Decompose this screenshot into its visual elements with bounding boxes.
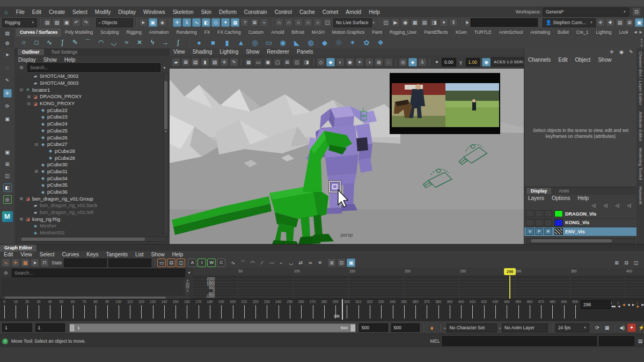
poly-soccer-icon[interactable]: ☉	[332, 38, 345, 48]
viewport-menu-view[interactable]: View	[170, 49, 189, 55]
hypershade-icon[interactable]: ◨	[430, 18, 438, 27]
extend-curve-icon[interactable]: →	[159, 38, 171, 48]
region-select-icon[interactable]: ⊓	[40, 258, 49, 267]
shelf-tab-animschool[interactable]: AnimSchool	[495, 28, 526, 36]
single-pane-layout-icon[interactable]: ▣	[3, 148, 12, 157]
gamma-icon[interactable]: γ	[457, 58, 465, 67]
shelf-scroll-right-icon[interactable]: ▶	[638, 30, 644, 34]
outliner-menu-display[interactable]: Display	[14, 57, 40, 63]
viewport-canvas[interactable]: persp	[170, 69, 524, 244]
step-back-frame-button[interactable]: |◀	[617, 300, 621, 309]
zoom-layout-icon[interactable]: ◎	[3, 195, 12, 204]
layer-color-swatch[interactable]	[554, 219, 563, 226]
layer-toggle[interactable]	[535, 219, 543, 226]
graph-menu-curves[interactable]: Curves	[58, 252, 83, 257]
curve-filter-icon[interactable]: C	[217, 258, 225, 267]
plateau-tangent-icon[interactable]: ◡	[287, 258, 295, 267]
shelf-tab-rendering[interactable]: Rendering	[172, 28, 200, 36]
scale-tool-icon[interactable]: ▣	[3, 115, 12, 123]
shelf-tab-custom[interactable]: Custom	[245, 28, 268, 36]
arc-3pt-icon[interactable]: ◠	[95, 38, 107, 48]
outliner-item-pcube27[interactable]: ⊟◈pCube27	[16, 141, 164, 148]
menu-file[interactable]: File	[12, 9, 28, 15]
poly-cone-icon[interactable]: ▲	[235, 38, 247, 48]
tab-display-layers[interactable]: Display	[526, 188, 551, 194]
layer-toggle[interactable]	[526, 219, 534, 226]
shelf-tab-sculpting[interactable]: Sculpting	[97, 28, 122, 36]
outliner-vscrollbar[interactable]: ▲	[163, 73, 169, 237]
gate-mask-icon[interactable]: ▢	[273, 58, 282, 67]
layer-toggle[interactable]	[526, 210, 534, 217]
expander-icon[interactable]: ⊟	[34, 142, 39, 147]
layer-menu-help[interactable]: Help	[574, 195, 592, 201]
viewport-menu-renderer[interactable]: Renderer	[263, 49, 293, 55]
graph-menu-icon[interactable]: ◫	[632, 258, 640, 267]
shelf-spin-down-icon[interactable]: ▼	[640, 44, 643, 47]
lattice-deform-keys-icon[interactable]: ▦	[21, 258, 30, 267]
menu-select[interactable]: Select	[69, 9, 91, 15]
tab-humanik[interactable]: HumanIK	[638, 183, 643, 208]
mel-label[interactable]: MEL	[430, 338, 440, 344]
infinity-view-icon[interactable]: I	[197, 258, 206, 267]
render-sequence-icon[interactable]: ▦	[411, 18, 419, 27]
exposure-field[interactable]: 0.00	[442, 58, 456, 67]
layer-toggle[interactable]	[544, 210, 552, 217]
field-chart-icon[interactable]: ⊞	[283, 58, 291, 67]
mask-rendering-icon[interactable]: ▦	[231, 18, 239, 27]
shelf-tab-poly-modeling[interactable]: Poly Modeling	[61, 28, 97, 36]
workspace-lock-icon[interactable]: ⊡	[632, 8, 641, 16]
go-to-start-button[interactable]: |◀◀	[610, 300, 616, 309]
fps-combo[interactable]: 24 fps▼	[555, 323, 589, 333]
stacked-view-icon[interactable]: ⊟	[167, 258, 175, 267]
graph-menu-view[interactable]: View	[17, 252, 36, 257]
undo-icon[interactable]: ↶	[72, 18, 80, 27]
clamped-tangent-icon[interactable]: ◠	[248, 258, 257, 267]
stats-field-1[interactable]	[64, 258, 107, 267]
grid-icon[interactable]: ▦	[244, 58, 253, 67]
time-snap-icon[interactable]: ≣	[327, 258, 336, 267]
select-object-icon[interactable]: ▣	[149, 18, 157, 27]
layer-color-swatch[interactable]	[554, 210, 563, 217]
menu-skin[interactable]: Skin	[197, 9, 215, 15]
bookmark-icon[interactable]: ▮	[201, 58, 209, 67]
grease-pencil-icon[interactable]: ✎	[230, 58, 238, 67]
outliner-menu-help[interactable]: Help	[61, 57, 79, 63]
tab-tool-settings[interactable]: Tool Settings	[47, 49, 82, 55]
poly-helix-icon[interactable]: ✶	[346, 38, 359, 48]
channel-menu-edit[interactable]: Edit	[554, 57, 571, 63]
graph-menu-edit[interactable]: Edit	[0, 252, 17, 257]
user-account-combo[interactable]: 👤Stephen Cunn...▼	[543, 18, 596, 27]
outliner-item-pcube30[interactable]: ◈pCube30	[16, 161, 164, 168]
layer-menu-options[interactable]: Options	[548, 195, 574, 201]
tab-anim-layers[interactable]: Anim	[554, 188, 573, 194]
outliner-item-dragon-proxy[interactable]: ⊞◪DRAGON_PROXY	[16, 93, 164, 100]
menu-windows[interactable]: Windows	[140, 9, 169, 15]
layer-row-env-vis[interactable]: VPRENV_Vis	[524, 227, 637, 237]
mel-command-input[interactable]	[442, 336, 597, 346]
flat-tangent-icon[interactable]: —	[267, 258, 276, 267]
shelf-menu-icon[interactable]: ▤	[3, 29, 12, 38]
step-back-key-button[interactable]: ◀|	[621, 302, 626, 307]
shelf-tab-rigging-user[interactable]: Rigging_User	[386, 28, 420, 36]
menu-skeleton[interactable]: Skeleton	[169, 9, 197, 15]
layer-toggle[interactable]: R	[544, 228, 552, 235]
layer-menu-layers[interactable]: Layers	[524, 195, 548, 201]
set-key-icon[interactable]: ⬧	[428, 323, 436, 332]
channel-menu-channels[interactable]: Channels	[524, 57, 554, 63]
graph-select-icon[interactable]: ➤	[31, 258, 39, 267]
playback-end-field[interactable]: 500	[359, 323, 388, 332]
shelf-tab-lookdev[interactable]: LookDev	[616, 28, 628, 36]
snap-grid-icon[interactable]: ∩	[275, 18, 283, 27]
workspace-combo[interactable]: General*▼	[543, 8, 629, 17]
shaded-icon[interactable]: ◆	[326, 58, 335, 67]
poly-sphere-icon[interactable]: ●	[193, 38, 206, 48]
mask-misc-icon[interactable]: ?	[240, 18, 249, 27]
attach-curves-icon[interactable]: ≈	[121, 38, 133, 48]
shelf-tab-lighting[interactable]: Lighting	[592, 28, 615, 36]
shelf-tab-animating[interactable]: Animating	[526, 28, 554, 36]
shelf-gear-icon[interactable]: ⚙	[3, 39, 12, 48]
spline-tangent-icon[interactable]: ⌒	[238, 258, 247, 267]
light-editor-icon[interactable]: ✦	[440, 18, 448, 27]
textured-icon[interactable]: ◐	[336, 58, 345, 67]
channel-menu-show[interactable]: Show	[594, 57, 615, 63]
